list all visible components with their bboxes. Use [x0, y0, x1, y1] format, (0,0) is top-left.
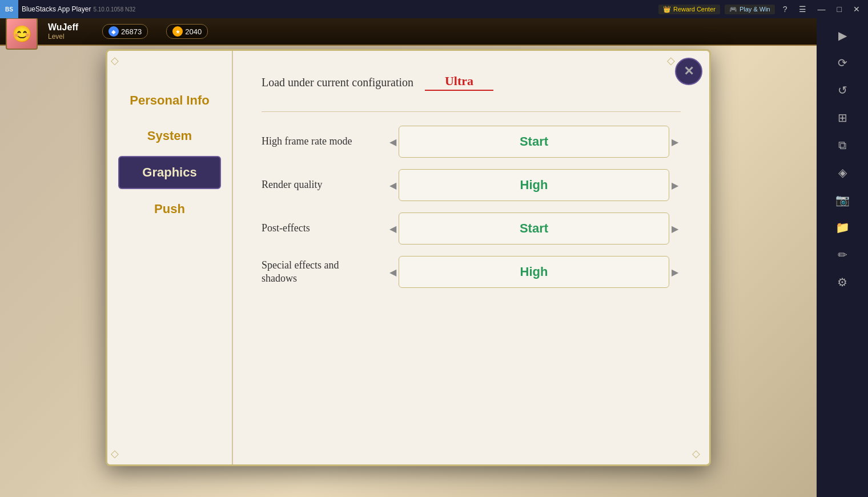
help-btn[interactable]: ?	[779, 3, 791, 15]
arrow-right-post-effects[interactable]: ▶	[669, 221, 681, 237]
sidebar-btn-6[interactable]: ◈	[824, 160, 861, 185]
setting-value-post-effects[interactable]: Start	[399, 213, 669, 245]
arrow-left-high-frame-rate[interactable]: ◀	[387, 134, 399, 150]
close-icon: ✕	[684, 64, 694, 79]
right-sidebar: ▶ ⟳ ↺ ⊞ ⧉ ◈ 📷 📁 ✏ ⚙	[817, 18, 868, 497]
minimize-btn[interactable]: —	[814, 3, 829, 15]
setting-row-high-frame-rate: High frame rate mode ◀ Start ▶	[262, 126, 681, 158]
nav-item-personal-info[interactable]: Personal Info	[118, 85, 221, 116]
setting-row-special-effects: Special effects and shadows ◀ High ▶	[262, 256, 681, 288]
setting-control-special-effects: ◀ High ▶	[387, 256, 681, 288]
app-version: 5.10.0.1058 N32	[93, 6, 135, 13]
sidebar-btn-7[interactable]: 📷	[824, 187, 861, 213]
dialog-close-btn[interactable]: ✕	[675, 58, 702, 85]
setting-label-render-quality: Render quality	[262, 178, 376, 191]
close-window-btn[interactable]: ✕	[850, 3, 863, 15]
corner-br: ◇	[692, 447, 706, 461]
nav-item-push[interactable]: Push	[118, 194, 221, 225]
sidebar-btn-8[interactable]: 📁	[824, 215, 861, 240]
section-divider	[262, 111, 681, 112]
arrow-right-render-quality[interactable]: ▶	[669, 178, 681, 193]
settings-dialog: ◇ ◇ ◇ ◇ ✕ Personal Info System Graphics …	[106, 49, 711, 466]
corner-bl: ◇	[111, 447, 124, 461]
load-value: Ultra	[445, 74, 473, 89]
nav-item-system[interactable]: System	[118, 121, 221, 151]
play-win-icon: 🎮	[729, 6, 737, 13]
maximize-btn[interactable]: □	[834, 3, 845, 15]
load-underline	[425, 90, 493, 91]
corner-tl: ◇	[111, 54, 124, 68]
arrow-left-post-effects[interactable]: ◀	[387, 221, 399, 237]
arrow-right-special-effects[interactable]: ▶	[669, 264, 681, 280]
setting-value-high-frame-rate[interactable]: Start	[399, 126, 669, 158]
sidebar-btn-2[interactable]: ⟳	[824, 50, 861, 75]
setting-row-render-quality: Render quality ◀ High ▶	[262, 169, 681, 201]
load-label: Load under current configuration	[262, 76, 413, 89]
arrow-left-special-effects[interactable]: ◀	[387, 264, 399, 280]
sidebar-btn-10[interactable]: ⚙	[824, 270, 861, 295]
dialog-overlay: ◇ ◇ ◇ ◇ ✕ Personal Info System Graphics …	[0, 18, 817, 497]
load-value-container: Ultra	[425, 74, 493, 91]
setting-control-high-frame-rate: ◀ Start ▶	[387, 126, 681, 158]
reward-icon: 👑	[663, 6, 671, 13]
nav-item-graphics[interactable]: Graphics	[118, 156, 221, 189]
load-indicator: Load under current configuration Ultra	[262, 74, 681, 91]
setting-control-post-effects: ◀ Start ▶	[387, 213, 681, 245]
setting-label-special-effects: Special effects and shadows	[262, 259, 376, 286]
sidebar-btn-9[interactable]: ✏	[824, 242, 861, 267]
sidebar-btn-1[interactable]: ▶	[824, 23, 861, 48]
menu-btn[interactable]: ☰	[795, 3, 810, 15]
setting-row-post-effects: Post-effects ◀ Start ▶	[262, 213, 681, 245]
content-panel: Load under current configuration Ultra H…	[233, 51, 709, 464]
sidebar-btn-5[interactable]: ⧉	[824, 133, 861, 158]
setting-control-render-quality: ◀ High ▶	[387, 169, 681, 201]
arrow-right-high-frame-rate[interactable]: ▶	[669, 134, 681, 150]
app-name: BlueStacks App Player	[22, 5, 91, 13]
play-win-btn[interactable]: 🎮 Play & Win	[725, 5, 775, 14]
sidebar-btn-4[interactable]: ⊞	[824, 105, 861, 130]
setting-label-post-effects: Post-effects	[262, 222, 376, 235]
setting-label-high-frame-rate: High frame rate mode	[262, 135, 376, 148]
arrow-left-render-quality[interactable]: ◀	[387, 178, 399, 193]
setting-value-render-quality[interactable]: High	[399, 169, 669, 201]
setting-value-special-effects[interactable]: High	[399, 256, 669, 288]
nav-panel: Personal Info System Graphics Push	[107, 51, 233, 464]
window-controls: 👑 Reward Center 🎮 Play & Win ? ☰ — □ ✕	[658, 3, 868, 15]
app-logo: BS	[0, 0, 18, 18]
reward-center-btn[interactable]: 👑 Reward Center	[658, 5, 720, 14]
sidebar-btn-3[interactable]: ↺	[824, 78, 861, 103]
title-bar: BS BlueStacks App Player 5.10.0.1058 N32…	[0, 0, 868, 18]
